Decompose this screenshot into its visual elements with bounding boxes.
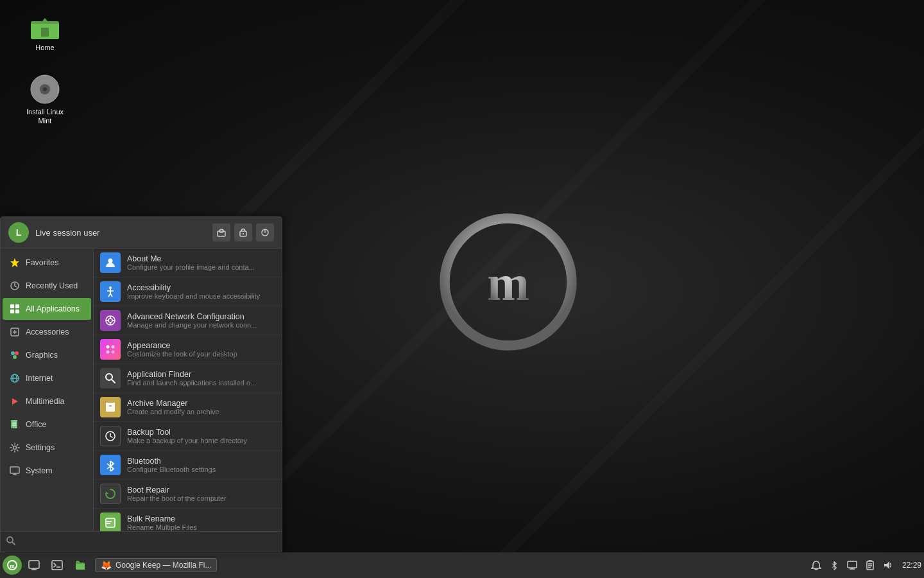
start-menu: L Live session user (0, 216, 282, 552)
taskbar: m 🦊 Google Keep — Mozilla Fi... (0, 552, 924, 578)
internet-icon (9, 372, 21, 384)
bluetooth-tray-icon[interactable] (828, 559, 841, 572)
accessibility-info: Accessibility Improve keyboard and mouse… (127, 283, 275, 300)
lock-button[interactable] (234, 223, 252, 241)
search-input[interactable] (20, 537, 277, 547)
all-apps-label: All Applications (26, 304, 80, 313)
app-item-boot-repair[interactable]: Boot Repair Repair the boot of the compu… (94, 480, 282, 509)
bulk-rename-info: Bulk Rename Rename Multiple Files (127, 514, 275, 531)
sidebar-item-favorites[interactable]: Favorites (3, 252, 91, 274)
about-me-info: About Me Configure your profile image an… (127, 254, 275, 271)
advanced-network-name: Advanced Network Configuration (127, 312, 275, 321)
app-item-app-finder[interactable]: Application Finder Find and launch appli… (94, 364, 282, 393)
sidebar-item-settings[interactable]: Settings (3, 437, 91, 459)
sidebar-item-multimedia[interactable]: Multimedia (3, 390, 91, 412)
firefox-taskbar-icon: 🦊 (101, 560, 112, 570)
svg-point-52 (107, 346, 110, 349)
menu-sidebar: Favorites Recently Used All Applications (1, 249, 94, 531)
accessories-label: Accessories (26, 328, 69, 337)
svg-point-36 (13, 446, 17, 450)
appearance-icon (100, 339, 121, 360)
sidebar-item-recently-used[interactable]: Recently Used (3, 275, 91, 297)
svg-point-25 (11, 351, 15, 355)
desktop-icon-install[interactable]: Install LinuxMint (19, 74, 71, 126)
app-item-advanced-network[interactable]: Advanced Network Configuration Manage an… (94, 306, 282, 335)
mint-menu-button[interactable]: m (3, 556, 22, 575)
svg-marker-98 (884, 561, 889, 569)
advanced-network-info: Advanced Network Configuration Manage an… (127, 312, 275, 329)
app-item-archive-manager[interactable]: Archive Manager Create and modify an arc… (94, 393, 282, 422)
display-icon[interactable] (846, 559, 859, 572)
boot-repair-name: Boot Repair (127, 486, 275, 495)
appearance-desc: Customize the look of your desktop (127, 350, 275, 358)
app-item-about-me[interactable]: About Me Configure your profile image an… (94, 249, 282, 277)
menu-search-bar (1, 531, 282, 552)
screen-lock-button[interactable] (212, 223, 230, 241)
files-button[interactable] (69, 554, 91, 576)
install-icon-label: Install LinuxMint (26, 107, 64, 126)
svg-line-57 (112, 380, 115, 383)
menu-body: Favorites Recently Used All Applications (1, 249, 282, 531)
about-me-name: About Me (127, 254, 275, 263)
backup-tool-info: Backup Tool Make a backup of your home d… (127, 428, 275, 444)
recently-used-label: Recently Used (26, 281, 78, 290)
sidebar-item-graphics[interactable]: Graphics (3, 344, 91, 366)
svg-rect-66 (105, 519, 116, 527)
bluetooth-desc: Configure Bluetooth settings (127, 466, 275, 473)
home-icon-label: Home (35, 43, 54, 52)
bulk-rename-name: Bulk Rename (127, 514, 275, 523)
all-apps-icon (9, 303, 21, 315)
svg-point-13 (243, 233, 244, 234)
taskbar-app-firefox[interactable]: 🦊 Google Keep — Mozilla Fi... (95, 558, 217, 572)
about-me-icon (100, 252, 121, 273)
appearance-info: Appearance Customize the look of your de… (127, 341, 275, 358)
app-item-appearance[interactable]: Appearance Customize the look of your de… (94, 335, 282, 364)
logout-button[interactable] (256, 223, 274, 241)
svg-rect-82 (29, 561, 39, 568)
archive-manager-icon (100, 397, 121, 417)
system-icon (9, 465, 21, 477)
svg-rect-60 (109, 405, 112, 407)
sidebar-item-system[interactable]: System (3, 460, 91, 482)
favorites-label: Favorites (26, 258, 58, 267)
app-item-accessibility[interactable]: Accessibility Improve keyboard and mouse… (94, 277, 282, 306)
firefox-taskbar-label: Google Keep — Mozilla Fi... (116, 561, 211, 570)
accessibility-icon (100, 281, 121, 302)
multimedia-label: Multimedia (26, 397, 64, 406)
bulk-rename-icon (100, 512, 121, 531)
terminal-button[interactable] (46, 554, 68, 576)
backup-tool-icon (100, 426, 121, 446)
user-name: Live session user (35, 228, 206, 238)
internet-label: Internet (26, 374, 53, 383)
system-label: System (26, 466, 53, 475)
app-item-bluetooth[interactable]: Bluetooth Configure Bluetooth settings (94, 451, 282, 480)
user-avatar: L (8, 222, 29, 243)
bluetooth-icon (100, 455, 121, 475)
svg-marker-31 (12, 398, 18, 405)
svg-rect-18 (10, 304, 14, 308)
app-item-bulk-rename[interactable]: Bulk Rename Rename Multiple Files (94, 509, 282, 531)
accessibility-name: Accessibility (127, 283, 275, 292)
sidebar-item-accessories[interactable]: Accessories (3, 321, 91, 343)
sidebar-item-internet[interactable]: Internet (3, 367, 91, 389)
boot-repair-desc: Repair the boot of the computer (127, 495, 275, 502)
desktop-icon-home[interactable]: Home (19, 10, 71, 52)
show-desktop-button[interactable] (23, 554, 45, 576)
taskbar-time: 22:29 (902, 561, 921, 570)
sidebar-item-office[interactable]: Office (3, 414, 91, 435)
notification-icon[interactable] (810, 559, 823, 572)
svg-text:m: m (10, 563, 15, 569)
app-item-backup-tool[interactable]: Backup Tool Make a backup of your home d… (94, 422, 282, 451)
archive-manager-info: Archive Manager Create and modify an arc… (127, 399, 275, 416)
settings-icon (9, 442, 21, 453)
office-icon (9, 419, 21, 430)
menu-header: L Live session user (1, 217, 282, 249)
bulk-rename-desc: Rename Multiple Files (127, 523, 275, 531)
clipboard-icon[interactable] (864, 559, 877, 572)
favorites-icon (9, 257, 21, 268)
sidebar-item-all-applications[interactable]: All Applications (3, 298, 91, 320)
svg-line-45 (110, 293, 112, 297)
home-folder-icon (30, 10, 60, 40)
volume-icon[interactable] (882, 559, 894, 572)
svg-rect-33 (13, 420, 17, 428)
